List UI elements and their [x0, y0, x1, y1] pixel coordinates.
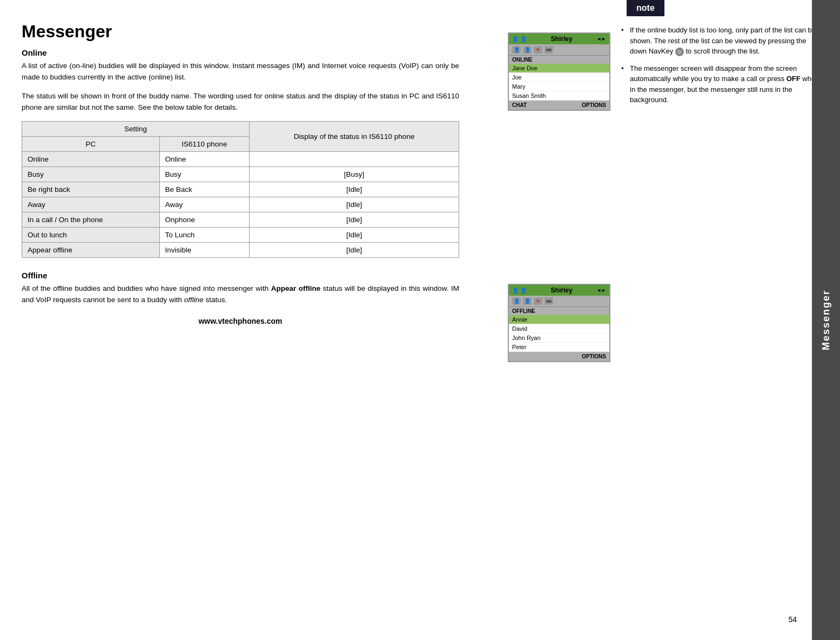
note-bullet2-text: The messenger screen will disappear from… — [630, 64, 819, 104]
side-tab-label: Messenger — [821, 290, 832, 350]
notes-section: note If the online buddy list is too lon… — [616, 0, 821, 640]
table-cell-pc: Away — [22, 197, 160, 212]
phone-online-icons-right: ◄► — [596, 36, 606, 42]
note-bullet-2: The messenger screen will disappear from… — [621, 63, 821, 105]
phone-offline-icons-left: 👤 👤 — [512, 288, 527, 294]
phone-contact-item: Susan Smith — [509, 91, 609, 101]
nav-key-icon: ⊙ — [675, 48, 684, 56]
phone-icon-person2: 👤 — [520, 36, 527, 42]
phone-contact-item: Mary — [509, 82, 609, 91]
table-cell-phone: Onphone — [159, 212, 250, 227]
phone-offline-toolbar: 👤 👤 ✕ MB — [509, 296, 609, 307]
phone-contact-item: David — [509, 324, 609, 334]
footer-url: www.vtechphones.com — [198, 317, 282, 325]
table-cell-pc: Online — [22, 151, 160, 166]
table-cell-phone: Away — [159, 197, 250, 212]
table-row: BusyBusy[Busy] — [22, 166, 459, 182]
toolbar-off-icon-x: ✕ — [534, 297, 542, 305]
table-cell-pc: Appear offline — [22, 242, 160, 257]
note-bullet1-text2: to scroll through the list. — [684, 47, 760, 55]
table-header-display: Display of the status in IS6110 phone — [250, 121, 459, 151]
phone-contact-item: Peter — [509, 343, 609, 352]
table-cell-phone: Busy — [159, 166, 250, 182]
online-paragraph1: A list of active (on-line) buddies will … — [22, 61, 459, 83]
phone-offline-contacts: AnnieDavidJohn RyanPeter — [509, 315, 609, 352]
phone-online-mockup: 👤 👤 Shirley ◄► 👤 👤 ✕ MB ONLINE Jane DoeJ… — [508, 32, 610, 111]
table-cell-pc: Be right back — [22, 182, 160, 197]
phone-footer-options: OPTIONS — [582, 102, 606, 108]
phone-online-toolbar: 👤 👤 ✕ MB — [509, 44, 609, 56]
phone-contact-item: Joe — [509, 73, 609, 82]
phone-icon-person2-off: 👤 — [520, 288, 527, 294]
table-cell-pc: Busy — [22, 166, 160, 182]
right-panel: 👤 👤 Shirley ◄► 👤 👤 ✕ MB ONLINE Jane DoeJ… — [486, 0, 821, 640]
phone-offline-title: Shirley — [527, 286, 596, 294]
phones-column: 👤 👤 Shirley ◄► 👤 👤 ✕ MB ONLINE Jane DoeJ… — [486, 0, 610, 640]
footer: www.vtechphones.com — [22, 317, 459, 331]
phone-footer-options-off: OPTIONS — [582, 354, 606, 359]
toolbar-off-icon-mb: MB — [545, 297, 553, 305]
phone-online-icons-left: 👤 👤 — [512, 36, 527, 42]
phone-footer-chat: CHAT — [512, 102, 527, 108]
offline-paragraph: All of the offline buddies and buddies w… — [22, 283, 459, 306]
table-row: Appear offlineInvisible[Idle] — [22, 242, 459, 257]
toolbar-icon-1: 👤 — [512, 46, 521, 54]
note-bullet-1: If the online buddy list is too long, on… — [621, 25, 821, 57]
table-cell-display: [Idle] — [250, 212, 459, 227]
phone-offline-section-label: OFFLINE — [509, 307, 609, 315]
table-cell-phone: Online — [159, 151, 250, 166]
offline-heading: Offline — [22, 271, 459, 280]
phone-online-header: 👤 👤 Shirley ◄► — [509, 34, 609, 44]
table-cell-phone: To Lunch — [159, 227, 250, 242]
page-title: Messenger — [22, 22, 459, 42]
table-cell-display: [Busy] — [250, 166, 459, 182]
table-row: OnlineOnline — [22, 151, 459, 166]
phone-online-section-label: ONLINE — [509, 56, 609, 64]
phone-contact-item: Annie — [509, 315, 609, 324]
phone-contact-item: Jane Doe — [509, 64, 609, 73]
phone-contact-item: John Ryan — [509, 334, 609, 343]
note-box: note — [627, 0, 664, 16]
phone-arrow-icon-off: ◄► — [596, 288, 606, 293]
table-cell-phone: Invisible — [159, 242, 250, 257]
table-header-pc: PC — [22, 136, 160, 151]
phone-online-contacts: Jane DoeJoeMarySusan Smith — [509, 64, 609, 101]
note-label: note — [636, 3, 655, 12]
side-tab: Messenger — [812, 0, 840, 640]
status-table: Setting Display of the status in IS6110 … — [22, 121, 459, 258]
table-row: AwayAway[Idle] — [22, 197, 459, 212]
main-content: Messenger Online A list of active (on-li… — [0, 0, 486, 640]
note-content: If the online buddy list is too long, on… — [616, 25, 821, 112]
table-header-phone: IS6110 phone — [159, 136, 250, 151]
phone-online-footer: CHAT OPTIONS — [509, 101, 609, 110]
phone-online-title: Shirley — [527, 35, 596, 43]
phone-offline-icons-right: ◄► — [596, 288, 606, 293]
table-row: In a call / On the phoneOnphone[Idle] — [22, 212, 459, 227]
table-row: Be right backBe Back[Idle] — [22, 182, 459, 197]
table-cell-display — [250, 151, 459, 166]
table-cell-pc: In a call / On the phone — [22, 212, 160, 227]
toolbar-icon-x: ✕ — [534, 46, 542, 54]
toolbar-icon-mb: MB — [545, 46, 553, 54]
table-cell-display: [Idle] — [250, 182, 459, 197]
phone-offline-header: 👤 👤 Shirley ◄► — [509, 285, 609, 296]
online-heading: Online — [22, 48, 459, 57]
phone-icon-person: 👤 — [512, 36, 519, 42]
phone-offline-mockup: 👤 👤 Shirley ◄► 👤 👤 ✕ MB OFFLINE AnnieDav… — [508, 284, 610, 362]
phone-offline-footer: OPTIONS — [509, 352, 609, 361]
online-paragraph2: The status will be shown in front of the… — [22, 91, 459, 114]
table-cell-display: [Idle] — [250, 227, 459, 242]
table-cell-phone: Be Back — [159, 182, 250, 197]
table-row: Out to lunchTo Lunch[Idle] — [22, 227, 459, 242]
table-cell-display: [Idle] — [250, 242, 459, 257]
page-number: 54 — [788, 615, 797, 624]
phone-arrow-icon: ◄► — [596, 36, 606, 42]
toolbar-icon-2: 👤 — [523, 46, 532, 54]
table-cell-pc: Out to lunch — [22, 227, 160, 242]
phone-icon-person-off: 👤 — [512, 288, 519, 294]
toolbar-off-icon-2: 👤 — [523, 297, 532, 305]
table-header-setting: Setting — [22, 121, 250, 136]
table-cell-display: [Idle] — [250, 197, 459, 212]
toolbar-off-icon-1: 👤 — [512, 297, 521, 305]
